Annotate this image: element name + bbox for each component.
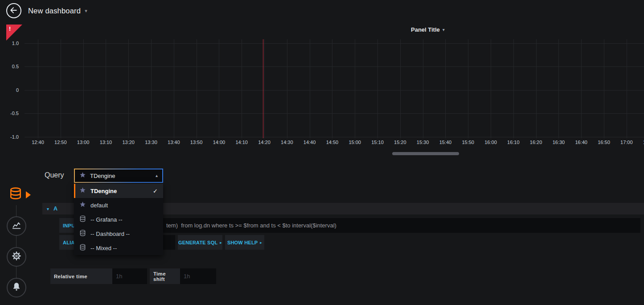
x-axis: 12:4012:5013:0013:1013:2013:3013:4013:50… <box>25 140 644 147</box>
y-tick-label: 0.5 <box>1 64 19 69</box>
time-shift-label: Time shift <box>150 268 180 284</box>
x-tick-label: 14:40 <box>299 140 321 145</box>
x-tick-label: 16:00 <box>480 140 502 145</box>
relative-time-input[interactable] <box>112 268 147 284</box>
input-sql-field[interactable]: tem) from log.dn where ts >= $from and t… <box>104 218 640 233</box>
x-tick-label: 17:00 <box>615 140 638 145</box>
relative-time-label: Relative time <box>50 268 112 284</box>
tab-alert[interactable] <box>7 278 26 297</box>
x-tick-label: 13:30 <box>140 140 162 145</box>
v-gridline <box>377 39 378 138</box>
x-tick-label: 14:50 <box>321 140 343 145</box>
x-tick-label: 12:40 <box>27 140 49 145</box>
v-gridline <box>242 39 242 138</box>
star-icon <box>79 172 86 180</box>
x-tick-label: 14:30 <box>276 140 298 145</box>
v-gridline <box>423 39 423 138</box>
database-icon <box>79 215 86 223</box>
x-tick-label: 15:00 <box>344 140 366 145</box>
dashboard-title: New dashboard <box>28 7 81 15</box>
h-gridline <box>25 90 644 91</box>
time-shift-input[interactable] <box>180 268 216 284</box>
v-gridline <box>61 39 61 138</box>
show-help-label: SHOW HELP <box>227 240 258 245</box>
generate-sql-button[interactable]: GENERATE SQL ▸ <box>178 235 222 250</box>
v-gridline <box>400 39 401 138</box>
x-tick-label: 14:00 <box>208 140 230 145</box>
v-gridline <box>310 39 310 138</box>
dropdown-item-grafana[interactable]: -- Grafana -- <box>74 212 163 227</box>
dropdown-item-tdengine[interactable]: TDengine ✓ <box>74 184 163 198</box>
v-gridline <box>558 39 559 138</box>
x-tick-label: 15:20 <box>389 140 411 145</box>
database-icon <box>8 187 23 203</box>
y-axis: 1.00.50-0.5-1.0 <box>0 39 21 140</box>
v-gridline <box>627 39 627 138</box>
y-tick-label: -0.5 <box>1 111 19 116</box>
y-tick-label: -1.0 <box>1 134 19 140</box>
panel-error-corner[interactable]: ! <box>6 25 22 41</box>
h-gridline <box>25 43 644 44</box>
v-gridline <box>581 39 582 138</box>
dropdown-item-dashboard[interactable]: -- Dashboard -- <box>74 227 163 241</box>
chevron-up-icon: ▴ <box>156 173 158 178</box>
x-tick-label: 16:10 <box>502 140 525 145</box>
star-icon <box>79 187 86 195</box>
dropdown-item-label: default <box>90 202 108 209</box>
v-gridline <box>332 39 332 138</box>
x-tick-label: 16:20 <box>525 140 547 145</box>
x-tick-label: 16:50 <box>593 140 615 145</box>
x-tick-label: 15:30 <box>412 140 434 145</box>
dropdown-item-label: -- Dashboard -- <box>90 231 130 237</box>
generate-sql-label: GENERATE SQL <box>178 240 217 245</box>
gear-icon <box>12 251 21 263</box>
datasource-select-value: TDengine <box>90 173 152 179</box>
tab-general[interactable] <box>7 247 26 267</box>
v-gridline <box>83 39 84 138</box>
v-gridline <box>151 39 152 138</box>
chevron-down-icon: ▾ <box>85 8 87 13</box>
h-gridline <box>25 66 644 67</box>
back-button[interactable] <box>6 3 21 18</box>
x-tick-label: 13:00 <box>72 140 94 145</box>
v-gridline <box>513 39 514 138</box>
top-navbar: New dashboard ▾ <box>0 0 644 21</box>
x-tick-label: 17:10 <box>638 140 644 145</box>
datasource-select[interactable]: TDengine ▴ <box>74 169 163 183</box>
chevron-down-icon: ▾ <box>47 206 49 211</box>
tab-queries[interactable] <box>5 185 26 205</box>
chevron-right-icon: ▸ <box>260 240 262 245</box>
grafana-app: New dashboard ▾ ! Panel Title ▾ 1.00.50-… <box>0 0 644 305</box>
dropdown-item-mixed[interactable]: -- Mixed -- <box>74 241 163 255</box>
show-help-button[interactable]: SHOW HELP ▸ <box>225 235 264 250</box>
tab-visualization[interactable] <box>7 216 26 236</box>
annotation-red-line <box>263 39 263 138</box>
h-gridline <box>25 113 644 114</box>
dropdown-item-label: TDengine <box>90 188 117 194</box>
datasource-dropdown: TDengine ✓ default -- Grafana -- <box>74 184 163 255</box>
dropdown-item-default[interactable]: default <box>74 198 163 212</box>
v-gridline <box>468 39 468 138</box>
check-icon: ✓ <box>153 188 158 194</box>
plot-area <box>25 39 644 138</box>
x-tick-label: 15:10 <box>366 140 389 145</box>
panel-title-menu[interactable]: Panel Title ▾ <box>411 26 445 33</box>
chevron-down-icon: ▾ <box>443 28 445 32</box>
v-gridline <box>128 39 129 138</box>
dropdown-item-label: -- Mixed -- <box>90 245 117 251</box>
x-tick-label: 14:20 <box>253 140 275 145</box>
v-gridline <box>106 39 106 138</box>
horizontal-scrollbar-thumb[interactable] <box>392 152 459 155</box>
dropdown-item-label: -- Grafana -- <box>90 216 123 223</box>
dashboard-title-menu[interactable]: New dashboard ▾ <box>28 0 87 21</box>
chevron-right-icon: ▸ <box>220 240 222 245</box>
v-gridline <box>38 39 38 138</box>
query-ref-id: A <box>53 206 57 212</box>
x-tick-label: 13:40 <box>163 140 185 145</box>
v-gridline <box>219 39 219 138</box>
v-gridline <box>604 39 604 138</box>
panel-title: Panel Title <box>411 26 440 33</box>
chart-icon <box>12 220 21 232</box>
star-icon <box>79 201 86 209</box>
x-tick-label: 16:40 <box>570 140 592 145</box>
